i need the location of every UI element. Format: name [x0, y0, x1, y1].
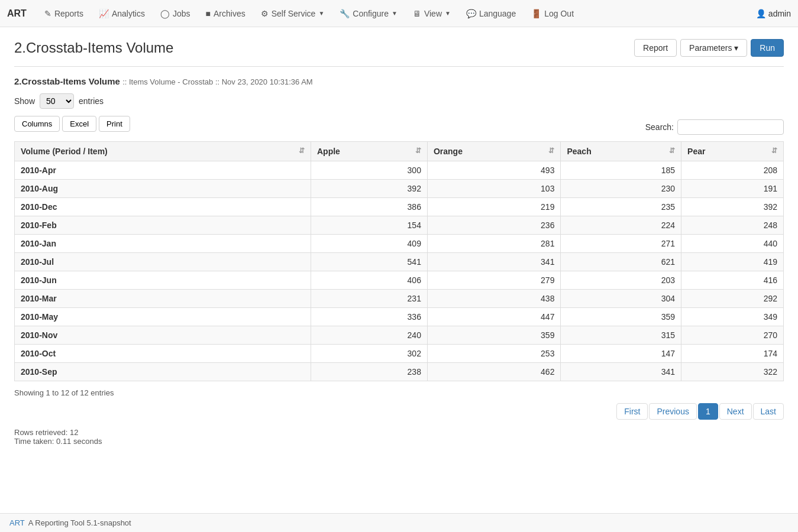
rows-retrieved: Rows retrieved: 12: [14, 428, 784, 437]
cell-pear: 248: [681, 216, 784, 235]
nav-jobs[interactable]: ◯ Jobs: [153, 2, 198, 25]
cell-period: 2010-Apr: [15, 161, 311, 180]
header-buttons: Report Parameters ▾ Run: [634, 39, 784, 57]
print-button[interactable]: Print: [99, 116, 130, 132]
search-input[interactable]: [677, 119, 784, 135]
cell-orange: 236: [427, 216, 561, 235]
cell-period: 2010-Dec: [15, 198, 311, 216]
show-label: Show: [14, 96, 35, 106]
parameters-button[interactable]: Parameters ▾: [680, 39, 747, 57]
showing-info: Showing 1 to 12 of 12 entries: [14, 388, 784, 397]
search-box: Search:: [645, 119, 784, 135]
table-row: 2010-May 336 447 359 349: [15, 308, 784, 326]
nav-analytics[interactable]: 📈 Analytics: [92, 2, 152, 25]
table-row: 2010-Sep 238 462 341 322: [15, 363, 784, 381]
cell-apple: 240: [311, 326, 427, 345]
admin-icon: 👤: [756, 9, 766, 18]
table-row: 2010-Feb 154 236 224 248: [15, 216, 784, 235]
cell-apple: 238: [311, 363, 427, 381]
col-period[interactable]: Volume (Period / Item) ⇵: [15, 142, 311, 161]
cell-orange: 341: [427, 253, 561, 271]
configure-icon: 🔧: [340, 9, 350, 18]
view-caret: ▼: [445, 10, 451, 17]
cell-peach: 230: [561, 180, 681, 198]
report-meta: :: Items Volume - Crosstab :: Nov 23, 20…: [122, 77, 313, 86]
columns-button[interactable]: Columns: [14, 116, 60, 132]
table-row: 2010-Dec 386 219 235 392: [15, 198, 784, 216]
nav-logout[interactable]: 🚪 Log Out: [524, 2, 581, 25]
previous-button[interactable]: Previous: [649, 403, 696, 420]
cell-pear: 416: [681, 271, 784, 290]
cell-period: 2010-Jul: [15, 253, 311, 271]
table-row: 2010-Jan 409 281 271 440: [15, 235, 784, 253]
table-controls: Columns Excel Print Search:: [14, 116, 784, 138]
cell-peach: 315: [561, 326, 681, 345]
cell-period: 2010-Oct: [15, 345, 311, 363]
nav-archives[interactable]: ■ Archives: [199, 2, 253, 25]
selfservice-icon: ⚙: [261, 9, 269, 18]
cell-pear: 270: [681, 326, 784, 345]
cell-period: 2010-Aug: [15, 180, 311, 198]
cell-apple: 541: [311, 253, 427, 271]
report-button[interactable]: Report: [634, 39, 677, 57]
cell-peach: 224: [561, 216, 681, 235]
excel-button[interactable]: Excel: [62, 116, 96, 132]
data-table: Volume (Period / Item) ⇵ Apple ⇵ Orange …: [14, 141, 784, 381]
cell-period: 2010-Feb: [15, 216, 311, 235]
cell-pear: 191: [681, 180, 784, 198]
cell-peach: 147: [561, 345, 681, 363]
reports-icon: ✎: [44, 9, 51, 18]
col-pear[interactable]: Pear ⇵: [681, 142, 784, 161]
cell-period: 2010-May: [15, 308, 311, 326]
jobs-icon: ◯: [160, 9, 170, 18]
entries-label: entries: [79, 96, 104, 106]
table-row: 2010-Apr 300 493 185 208: [15, 161, 784, 180]
navbar: ART ✎ Reports 📈 Analytics ◯ Jobs ■ Archi…: [0, 0, 798, 27]
language-icon: 💬: [466, 9, 476, 18]
toolbar: Columns Excel Print: [14, 116, 130, 132]
page-title: 2.Crosstab-Items Volume: [14, 40, 173, 56]
sort-icon-period: ⇵: [299, 147, 305, 155]
nav-reports[interactable]: ✎ Reports: [37, 2, 91, 25]
table-row: 2010-Oct 302 253 147 174: [15, 345, 784, 363]
cell-orange: 279: [427, 271, 561, 290]
cell-apple: 392: [311, 180, 427, 198]
run-button[interactable]: Run: [751, 39, 784, 57]
nav-selfservice[interactable]: ⚙ Self Service ▼: [254, 2, 332, 25]
analytics-icon: 📈: [99, 9, 109, 18]
col-orange[interactable]: Orange ⇵: [427, 142, 561, 161]
logout-icon: 🚪: [531, 9, 541, 18]
cell-orange: 281: [427, 235, 561, 253]
entries-select[interactable]: 50 10 25 100: [40, 93, 74, 109]
cell-peach: 235: [561, 198, 681, 216]
cell-pear: 392: [681, 198, 784, 216]
cell-peach: 341: [561, 363, 681, 381]
page-content: 2.Crosstab-Items Volume Report Parameter…: [0, 27, 798, 458]
nav-configure[interactable]: 🔧 Configure ▼: [332, 2, 405, 25]
cell-pear: 440: [681, 235, 784, 253]
showing-text: Showing 1 to 12 of 12 entries: [14, 388, 114, 397]
nav-language[interactable]: 💬 Language: [459, 2, 523, 25]
next-button[interactable]: Next: [719, 403, 752, 420]
pagination-area: First Previous 1 Next Last: [14, 403, 784, 420]
cell-orange: 253: [427, 345, 561, 363]
cell-apple: 406: [311, 271, 427, 290]
col-apple[interactable]: Apple ⇵: [311, 142, 427, 161]
page-1-button[interactable]: 1: [698, 403, 718, 420]
cell-peach: 304: [561, 290, 681, 308]
view-icon: 🖥: [413, 9, 421, 18]
cell-apple: 300: [311, 161, 427, 180]
nav-view[interactable]: 🖥 View ▼: [406, 2, 458, 25]
table-row: 2010-Aug 392 103 230 191: [15, 180, 784, 198]
col-peach[interactable]: Peach ⇵: [561, 142, 681, 161]
cell-orange: 103: [427, 180, 561, 198]
cell-period: 2010-Sep: [15, 363, 311, 381]
search-label: Search:: [645, 122, 674, 132]
cell-orange: 462: [427, 363, 561, 381]
last-button[interactable]: Last: [753, 403, 784, 420]
cell-apple: 231: [311, 290, 427, 308]
table-row: 2010-Nov 240 359 315 270: [15, 326, 784, 345]
first-button[interactable]: First: [616, 403, 648, 420]
app-brand[interactable]: ART: [7, 8, 27, 19]
cell-pear: 292: [681, 290, 784, 308]
